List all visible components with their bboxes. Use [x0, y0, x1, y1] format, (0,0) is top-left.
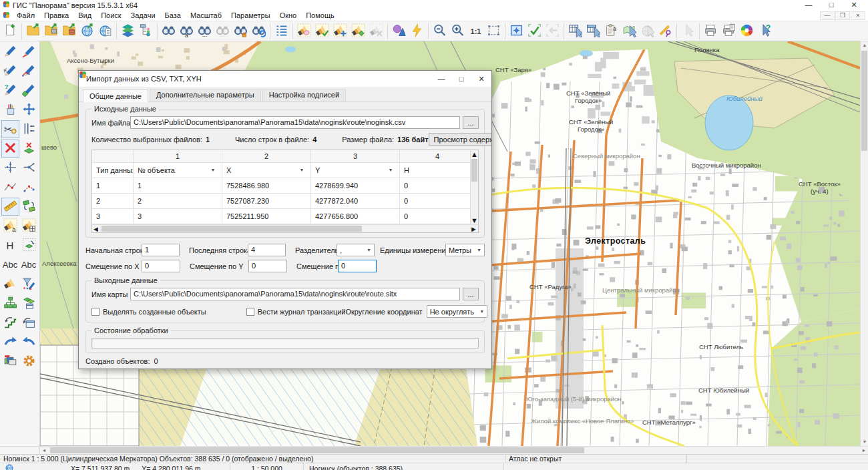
mdi-restore-button[interactable]: ❐ [835, 11, 850, 20]
left-toolbar-button-edit-pencil[interactable] [1, 43, 19, 61]
toolbar-button-sel-map[interactable] [620, 22, 638, 40]
menu-параметры[interactable]: Параметры [226, 11, 275, 19]
toolbar-button-open-geoportal[interactable] [78, 22, 96, 40]
left-toolbar-button-object-window[interactable] [20, 294, 38, 312]
toolbar-button-hl-cancel[interactable] [367, 22, 385, 40]
left-toolbar-button-swap-objects[interactable] [20, 198, 38, 216]
toolbar-button-map-navigator[interactable] [507, 22, 525, 40]
toolbar-button-layer-composition[interactable] [137, 22, 155, 40]
toolbar-button-print[interactable] [702, 22, 720, 40]
left-toolbar-button-letter-h[interactable]: H [1, 236, 19, 254]
dialog-titlebar[interactable]: Импорт данных из CSV, TXT, XYH — □ ✕ [79, 71, 491, 87]
menu-вид[interactable]: Вид [73, 11, 96, 19]
toolbar-button-task-check[interactable] [525, 22, 544, 40]
left-toolbar-button-image-stack[interactable] [1, 352, 19, 371]
status-scale[interactable]: 1 : 50 000 [230, 463, 304, 470]
toolbar-button-layers[interactable] [119, 22, 137, 40]
left-toolbar-button-search-label[interactable]: a [1, 217, 19, 235]
toolbar-button-hl-check[interactable] [313, 22, 331, 40]
table-vscroll[interactable]: ▲ ▼ [470, 150, 478, 224]
select-created-checkbox[interactable] [91, 308, 99, 316]
left-toolbar-button-text-abc[interactable]: Abc [1, 256, 19, 274]
toolbar-button-find-address[interactable] [232, 22, 250, 40]
left-toolbar-button-edit-spline[interactable] [20, 62, 38, 80]
start-line-input[interactable]: 1 [142, 244, 180, 256]
toolbar-button-find-geo[interactable] [250, 22, 268, 40]
left-toolbar-button-redo-op[interactable] [1, 333, 19, 351]
toolbar-button-open-database[interactable] [60, 22, 78, 40]
globe-icon[interactable] [5, 464, 13, 470]
left-toolbar-button-undo-op[interactable] [20, 333, 38, 351]
left-toolbar-button-edit-query[interactable]: ? [1, 81, 19, 99]
dialog-tab[interactable]: Настройка подписей [262, 89, 346, 101]
menu-окно[interactable]: Окно [275, 11, 302, 19]
dialog-close-button[interactable]: ✕ [471, 71, 491, 87]
dialog-tab[interactable]: Дополнительные параметры [150, 89, 261, 101]
toolbar-button-hl-add[interactable] [331, 22, 349, 40]
table-hscroll[interactable]: ◄ ► [92, 224, 478, 232]
units-select[interactable]: Метры▼ [445, 244, 485, 256]
map-name-input[interactable]: C:\Users\Public\Documents\panorama\Panor… [130, 288, 460, 300]
table-type-select[interactable]: X▼ [222, 163, 311, 178]
map-vscroll[interactable]: ▲ ▼ [860, 41, 868, 446]
offset-h-input[interactable]: 0 [338, 260, 377, 272]
toolbar-button-select-frame[interactable] [485, 22, 503, 40]
map-area[interactable]: Аксено-БутыркишевоАлексеевкаСНТ «Заря»По… [40, 41, 860, 446]
end-line-input[interactable]: 4 [248, 244, 286, 256]
left-toolbar-button-scheme-tree[interactable] [1, 294, 19, 312]
left-toolbar-button-filter-edit[interactable] [20, 275, 38, 293]
map-browse-button[interactable]: ... [463, 288, 479, 300]
left-toolbar-button-window-back[interactable] [20, 314, 38, 332]
toolbar-button-measure-route[interactable] [656, 22, 674, 40]
toolbar-button-object-list[interactable] [272, 22, 290, 40]
left-toolbar-button-flashlight[interactable] [1, 275, 19, 293]
left-toolbar-button-edit-cut[interactable]: ✂ [1, 120, 19, 138]
file-name-input[interactable]: C:\Users\Public\Documents\panorama\Panor… [130, 116, 460, 129]
table-type-select[interactable]: H [400, 163, 470, 178]
toolbar-button-find-dots-gray[interactable]: ... [214, 22, 232, 40]
toolbar-button-hl-area[interactable] [295, 22, 313, 40]
left-toolbar-button-measure-ruler[interactable] [1, 198, 19, 216]
toolbar-button-open-map[interactable] [24, 22, 42, 40]
mdi-close-button[interactable]: × [851, 11, 865, 20]
dialog-tab[interactable]: Общие данные [83, 89, 148, 102]
left-toolbar-button-settings-gear[interactable] [20, 352, 38, 371]
left-toolbar-button-move-object[interactable] [20, 101, 38, 119]
toolbar-button-step-back[interactable] [544, 22, 562, 40]
toolbar-button-find-name[interactable]: a [178, 22, 196, 40]
toolbar-button-new-map[interactable] [1, 22, 19, 40]
menu-правка[interactable]: Правка [39, 11, 73, 19]
toolbar-button-color-wheel[interactable] [738, 22, 756, 40]
toolbar-button-view-3d[interactable] [390, 22, 408, 40]
left-toolbar-button-edit-line[interactable] [20, 43, 38, 61]
left-toolbar-button-edit-arc[interactable] [20, 178, 38, 196]
toolbar-button-sel-table[interactable] [566, 22, 584, 40]
file-browse-button[interactable]: ... [463, 116, 479, 129]
toolbar-button-find-dots[interactable]: ... [196, 22, 214, 40]
table-type-select[interactable]: № объекта▼ [134, 163, 222, 178]
toolbar-button-open-data[interactable] [42, 22, 60, 40]
close-button[interactable]: ✕ [843, 0, 865, 10]
toolbar-button-sel-table2[interactable] [584, 22, 602, 40]
view-content-button[interactable]: Просмотр содержимого [429, 133, 491, 146]
toolbar-button-zoom-in[interactable] [449, 22, 467, 40]
left-toolbar-button-edit-points[interactable] [1, 159, 19, 177]
menu-база[interactable]: База [160, 11, 186, 19]
left-toolbar-button-text-abc2[interactable]: Abc [20, 256, 38, 274]
toolbar-button-fast-task[interactable] [408, 22, 426, 40]
toolbar-button-context-help[interactable]: ? [756, 22, 774, 40]
toolbar-button-print-preview[interactable] [720, 22, 738, 40]
left-toolbar-button-edit-rake[interactable] [1, 62, 19, 80]
menu-файл[interactable]: Файл [12, 11, 39, 19]
minimize-button[interactable]: — [797, 0, 820, 10]
menu-масштаб[interactable]: Масштаб [186, 11, 226, 19]
maximize-button[interactable]: □ [820, 0, 843, 10]
left-toolbar-button-edit-polyline[interactable] [1, 178, 19, 196]
toolbar-button-pointer[interactable] [679, 22, 697, 40]
left-toolbar-button-steps-back[interactable] [1, 314, 19, 332]
offset-x-input[interactable]: 0 [142, 260, 180, 272]
toolbar-button-zoom-11[interactable]: 1:1 [467, 22, 485, 40]
toolbar-button-hl-objects[interactable] [349, 22, 367, 40]
delimiter-select[interactable]: ,▼ [337, 244, 375, 256]
toolbar-button-open-doc-list[interactable] [96, 22, 114, 40]
